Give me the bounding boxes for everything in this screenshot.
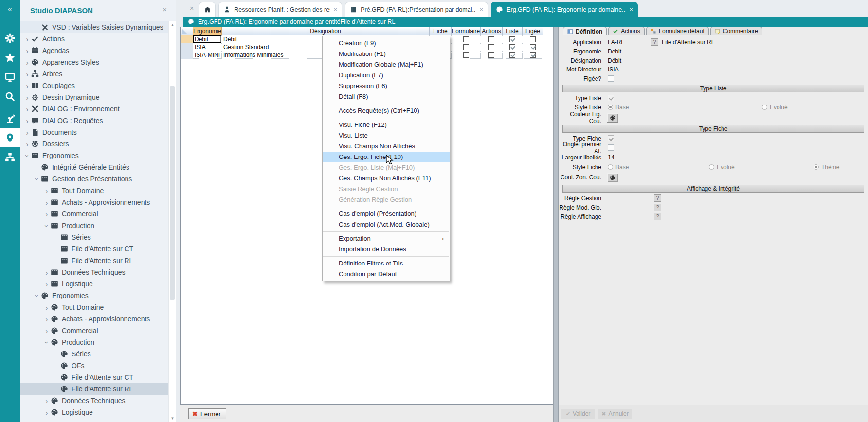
- column-header[interactable]: Figée: [523, 27, 543, 35]
- scroll-up-icon[interactable]: ▲: [169, 23, 176, 27]
- radio-style-fiche-base[interactable]: Base: [608, 164, 629, 171]
- tree-item[interactable]: ›Tout Domaine: [20, 301, 168, 313]
- cell-checkbox[interactable]: [452, 43, 481, 51]
- checkbox-icon[interactable]: [530, 52, 536, 58]
- valider-button[interactable]: ✔ Valider: [561, 409, 595, 419]
- tree-item[interactable]: ›Agendas: [20, 45, 168, 56]
- checkbox-icon[interactable]: [509, 52, 515, 58]
- chevron-closed-icon[interactable]: ›: [23, 82, 31, 90]
- chevron-closed-icon[interactable]: ›: [43, 210, 51, 218]
- cell-checkbox[interactable]: [481, 43, 503, 51]
- cell-checkbox[interactable]: [503, 35, 523, 43]
- tree-item[interactable]: ›Achats - Approvisionnements: [20, 313, 168, 325]
- tree-item[interactable]: ›Arbres: [20, 68, 168, 80]
- menu-item[interactable]: Modification Globale (Maj+F1): [323, 59, 450, 70]
- tree-item[interactable]: ›DIALOG : Environnement: [20, 103, 168, 115]
- radio-style-fiche-theme[interactable]: Thème: [814, 164, 839, 171]
- panel-splitter[interactable]: [553, 27, 559, 422]
- chevron-open-icon[interactable]: ›: [33, 292, 41, 299]
- cell-checkbox[interactable]: [523, 35, 543, 43]
- chevron-open-icon[interactable]: ›: [43, 338, 51, 346]
- chevron-closed-icon[interactable]: ›: [43, 315, 51, 323]
- tree-item[interactable]: OFs: [20, 360, 168, 371]
- tree-item[interactable]: VSD : Variables Saisies Dynamiques: [20, 21, 168, 33]
- tree-item[interactable]: ›Ergonomies: [20, 150, 168, 161]
- row-selector[interactable]: [181, 35, 193, 43]
- checkbox-icon[interactable]: [488, 36, 494, 42]
- couleur-lig-button[interactable]: [607, 113, 618, 123]
- checkbox-icon[interactable]: [463, 52, 469, 58]
- chevron-closed-icon[interactable]: ›: [43, 408, 51, 417]
- row-selector[interactable]: [181, 51, 193, 59]
- tab-document-1[interactable]: Ressources Planif. : Gestion des ressour…: [218, 2, 342, 17]
- checkbox-icon[interactable]: [530, 44, 536, 50]
- chevron-closed-icon[interactable]: ›: [43, 187, 51, 195]
- menu-item[interactable]: Visu. Champs Non Affichés: [323, 141, 450, 152]
- chevron-closed-icon[interactable]: ›: [23, 35, 31, 43]
- cell-checkbox[interactable]: [452, 35, 481, 43]
- scroll-down-icon[interactable]: ▼: [169, 416, 176, 421]
- checkbox-icon[interactable]: [509, 44, 515, 50]
- annuler-button[interactable]: ✖ Annuler: [598, 409, 632, 419]
- menu-item[interactable]: Visu. Fiche (F12): [323, 120, 450, 130]
- tree-item[interactable]: ›Achats - Approvisionnements: [20, 196, 168, 208]
- onglet-checkbox[interactable]: [608, 144, 614, 151]
- menu-item[interactable]: Création (F9): [323, 38, 450, 49]
- tree-item[interactable]: Séries: [20, 231, 168, 243]
- sidebar-scrollbar[interactable]: ▲ ▼: [168, 21, 176, 422]
- menu-item[interactable]: Génération Règle Gestion: [323, 194, 450, 205]
- tree-item[interactable]: ›Couplages: [20, 80, 168, 91]
- column-header[interactable]: Liste: [503, 27, 523, 35]
- tree-item[interactable]: Intégrité Générale Entités: [20, 161, 168, 173]
- tree-item[interactable]: File d'Attente sur CT: [20, 371, 168, 383]
- tab-commentaire[interactable]: Commentaire: [710, 27, 762, 35]
- menu-item[interactable]: Suppression (F6): [323, 81, 450, 91]
- checkbox-icon[interactable]: [530, 36, 536, 42]
- type-fiche-checkbox[interactable]: [608, 135, 614, 141]
- chevron-open-icon[interactable]: ›: [23, 152, 32, 159]
- cell-ergonomie[interactable]: Debit: [193, 35, 222, 43]
- checkbox-icon[interactable]: [488, 52, 494, 58]
- rail-item-gear[interactable]: [0, 28, 20, 48]
- tree-item[interactable]: ›Documents: [20, 126, 168, 138]
- tree-item[interactable]: ›Dossiers: [20, 138, 168, 150]
- cell-ergonomie[interactable]: ISIA-MINI: [193, 51, 222, 59]
- rail-item-robot-arm[interactable]: [0, 108, 20, 128]
- rail-item-pin-search[interactable]: [0, 128, 20, 147]
- radio-style-fiche-evolue[interactable]: Evolué: [709, 164, 735, 171]
- rail-item-star[interactable]: [0, 48, 20, 67]
- tree-item[interactable]: ›Production: [20, 336, 168, 348]
- radio-style-liste-base[interactable]: Base: [608, 104, 629, 111]
- checkbox-icon[interactable]: [463, 44, 469, 50]
- select-all-corner[interactable]: [181, 27, 193, 35]
- tree-item[interactable]: ›Ergonomies: [20, 290, 168, 301]
- menu-item[interactable]: Visu. Liste: [323, 130, 450, 141]
- menu-item[interactable]: Importation de Données: [323, 244, 450, 255]
- tabbar-close-icon[interactable]: ×: [190, 4, 194, 12]
- menu-item[interactable]: Modification (F1): [323, 49, 450, 59]
- regle-gestion-help-button[interactable]: ?: [654, 194, 661, 202]
- row-selector[interactable]: [181, 43, 193, 51]
- chevron-closed-icon[interactable]: ›: [23, 93, 31, 102]
- chevron-closed-icon[interactable]: ›: [43, 268, 51, 277]
- menu-item[interactable]: Cas d'emploi (Act.Mod. Globale): [323, 219, 450, 230]
- chevron-closed-icon[interactable]: ›: [43, 397, 51, 405]
- regle-affichage-help-button[interactable]: ?: [654, 213, 661, 220]
- rail-item-org-tree[interactable]: [0, 147, 20, 167]
- tab-document-2[interactable]: Pré.GFD (FA-RL):Présentation par domai..…: [345, 2, 488, 17]
- checkbox-icon[interactable]: [488, 44, 494, 50]
- tree-item[interactable]: File d'Attente sur CT: [20, 243, 168, 255]
- tree-item[interactable]: File d'Attente sur RL: [20, 255, 168, 266]
- checkbox-icon[interactable]: [509, 36, 515, 42]
- tree-item[interactable]: ›Logistique: [20, 278, 168, 290]
- tab-actions[interactable]: Actions: [608, 27, 644, 35]
- tree-item[interactable]: ›Commercial: [20, 208, 168, 220]
- cell-checkbox[interactable]: [452, 51, 481, 59]
- type-liste-checkbox[interactable]: [608, 95, 614, 101]
- checkbox-icon[interactable]: [463, 36, 469, 42]
- chevron-closed-icon[interactable]: ›: [23, 105, 31, 113]
- chevron-closed-icon[interactable]: ›: [23, 58, 31, 67]
- tree-item[interactable]: Séries: [20, 348, 168, 360]
- rail-item-search[interactable]: [0, 87, 20, 106]
- tree-item[interactable]: ›Données Techniques: [20, 395, 168, 406]
